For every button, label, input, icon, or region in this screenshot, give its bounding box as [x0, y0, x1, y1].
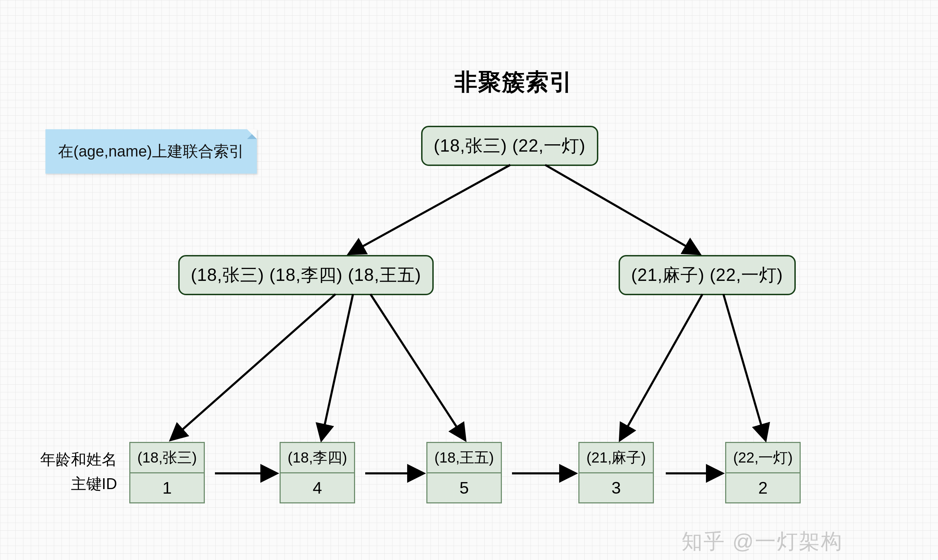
leaf-node-2: (18,王五) 5 [427, 442, 502, 503]
leaf-key: (21,麻子) [579, 443, 653, 473]
leaf-key: (18,李四) [280, 443, 354, 473]
leaf-key: (18,张三) [130, 443, 204, 473]
svg-line-5 [620, 294, 702, 440]
leaf-pk: 1 [130, 473, 204, 502]
diagram-title: 非聚簇索引 [454, 66, 573, 98]
row-label-2: 主键ID [14, 472, 117, 496]
leaf-pk: 5 [427, 473, 501, 502]
root-node: (18,张三) (22,一灯) [421, 126, 598, 166]
note-label: 在(age,name)上建联合索引 [45, 129, 257, 174]
svg-line-3 [322, 294, 353, 440]
svg-line-1 [545, 165, 699, 254]
leaf-node-4: (22,一灯) 2 [725, 442, 801, 503]
leaf-node-3: (21,麻子) 3 [578, 442, 654, 503]
mid-right-node: (21,麻子) (22,一灯) [619, 255, 796, 295]
leaf-node-1: (18,李四) 4 [280, 442, 355, 503]
row-label-1: 年龄和姓名 [14, 447, 117, 472]
svg-line-4 [370, 294, 465, 440]
svg-line-6 [724, 294, 765, 440]
leaf-key: (18,王五) [427, 443, 501, 473]
leaf-pk: 3 [579, 473, 653, 502]
leaf-pk: 4 [280, 473, 354, 502]
leaf-key: (22,一灯) [726, 443, 799, 473]
leaf-node-0: (18,张三) 1 [129, 442, 205, 503]
watermark: 知乎 @一灯架构 [681, 528, 843, 556]
mid-left-node: (18,张三) (18,李四) (18,王五) [178, 255, 434, 295]
note-text: 在(age,name)上建联合索引 [58, 143, 244, 160]
svg-line-2 [171, 294, 336, 440]
svg-line-0 [350, 165, 510, 254]
leaf-pk: 2 [726, 473, 799, 502]
diagram-stage: 非聚簇索引 在(age,name)上建联合索引 (18,张三) (22,一灯) … [0, 0, 938, 560]
row-labels: 年龄和姓名 主键ID [14, 447, 117, 497]
